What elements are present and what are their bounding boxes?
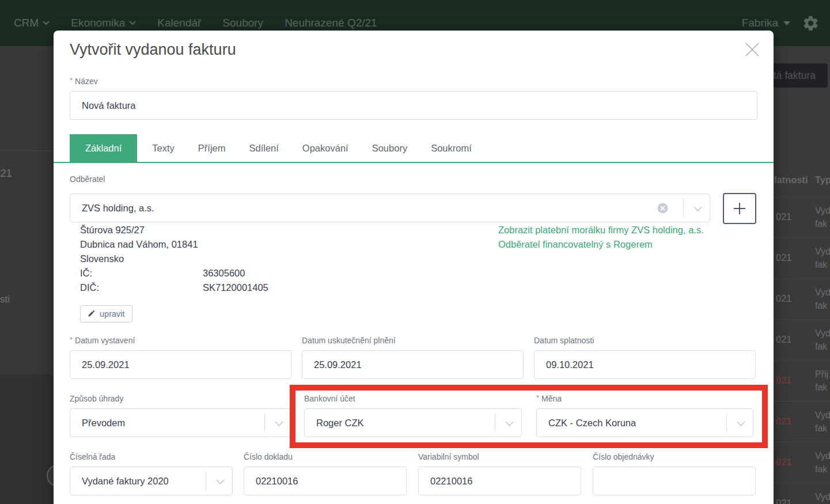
name-input[interactable]: Nová faktura [70, 91, 757, 120]
divider [495, 414, 495, 432]
document-number-value: 02210016 [256, 467, 298, 495]
nav-item-soubory[interactable]: Soubory [222, 17, 263, 29]
tab-sdileni[interactable]: Sdílení [241, 134, 286, 162]
name-value: Nová faktura [82, 92, 136, 119]
order-number-input[interactable] [593, 467, 756, 495]
nav-item-label: Soubory [222, 17, 263, 29]
payment-method-label: Způsob úhrady [70, 394, 123, 403]
tab-zakladni[interactable]: Základní [70, 134, 137, 162]
payment-morale-link[interactable]: Zobrazit platební morálku firmy ZVS hold… [498, 223, 704, 237]
currency-label: *Měna [536, 394, 562, 403]
nav-item-ekonomika[interactable]: Ekonomika [71, 17, 136, 29]
name-label: *Název [70, 77, 98, 86]
type-cell: Vydfak [815, 490, 830, 504]
table-row[interactable]: 021 Vydfak [774, 238, 830, 279]
divider [0, 150, 54, 151]
gear-icon[interactable] [802, 14, 820, 32]
issue-date-input[interactable]: 25.09.2021 [70, 350, 291, 379]
due-date-cell: 021 [776, 416, 792, 427]
number-series-label: Číselná řada [70, 452, 115, 461]
ic-value: 36305600 [203, 266, 245, 281]
clear-icon[interactable] [657, 203, 668, 216]
bank-account-value: Roger CZK [316, 409, 364, 437]
table-row[interactable]: 021 Vydfak [774, 197, 830, 238]
supply-date-value: 25.09.2021 [314, 351, 362, 378]
chevron-down-icon [43, 21, 50, 25]
add-customer-button[interactable] [723, 193, 756, 224]
caret-down-icon [783, 21, 790, 25]
close-icon[interactable] [742, 40, 762, 59]
nav-item-crm[interactable]: CRM [14, 17, 50, 29]
required-mark: * [70, 335, 73, 344]
tab-prijem[interactable]: Příjem [190, 134, 234, 162]
table-row[interactable]: 021 Přijfak [774, 361, 830, 401]
due-date-cell: 021 [776, 211, 792, 222]
chevron-down-icon[interactable] [275, 419, 283, 429]
type-cell: Vydfak [815, 245, 830, 271]
variable-symbol-input[interactable]: 02210016 [418, 467, 581, 495]
type-cell: Vydfak [815, 286, 830, 312]
divider [206, 472, 206, 490]
chevron-down-icon[interactable] [737, 419, 745, 429]
tab-texty[interactable]: Texty [144, 134, 183, 162]
customer-address-line3: Slovensko [80, 252, 124, 266]
required-mark: * [536, 393, 539, 402]
chevron-down-icon[interactable] [505, 419, 514, 429]
table-row[interactable]: 021 Vydfak [774, 320, 830, 361]
table-header-type: Typ [815, 175, 830, 185]
customer-combobox[interactable]: ZVS holding, a.s. [70, 194, 710, 222]
modal-title: Vytvořit vydanou fakturu [70, 41, 236, 59]
due-date-cell: 021 [776, 375, 792, 386]
table-row[interactable]: 021 Vydfak [774, 483, 830, 504]
pencil-icon [88, 309, 96, 319]
financeable-link[interactable]: Odběratel financovatelný s Rogerem [498, 237, 653, 252]
supply-date-input[interactable]: 25.09.2021 [302, 350, 524, 379]
nav-menu: CRM Ekonomika Kalendář Soubory Neuhrazen… [0, 17, 377, 29]
customer-value: ZVS holding, a.s. [82, 194, 154, 222]
table-row[interactable]: 021 Vydfak [774, 442, 830, 483]
tabs-underline [54, 162, 774, 163]
customer-label: Odběratel [70, 175, 105, 184]
dic-value: SK7120001405 [203, 281, 268, 295]
document-number-input[interactable]: 02210016 [244, 467, 407, 495]
order-number-label: Číslo objednávky [593, 452, 654, 461]
tab-opakovani[interactable]: Opakování [294, 134, 357, 162]
divider [264, 414, 265, 432]
currency-select[interactable]: CZK - Czech Koruna [536, 408, 753, 437]
edit-customer-button[interactable]: upravit [80, 305, 132, 323]
issue-date-label: *Datum vystavení [70, 336, 135, 345]
chevron-down-icon [129, 21, 136, 25]
ic-label: IČ: [80, 266, 92, 281]
payment-method-select[interactable]: Převodem [70, 408, 291, 437]
number-series-select[interactable]: Vydané faktury 2020 [70, 467, 233, 495]
background-text-fragment: 21 [0, 167, 12, 180]
tab-soukromi[interactable]: Soukromí [423, 134, 480, 162]
background-text-fragment: sti [0, 294, 10, 305]
bank-account-label: Bankovní účet [304, 394, 355, 403]
nav-item-label: CRM [14, 17, 39, 29]
type-cell: Přijfak [815, 367, 828, 394]
divider [726, 414, 727, 432]
nav-item-kalendar[interactable]: Kalendář [157, 17, 201, 29]
currency-value: CZK - Czech Koruna [548, 409, 636, 437]
background-right-strip: tá faktura latnosti Typ 021 Vydfak 021 V… [774, 46, 830, 504]
invoice-action-button[interactable]: tá faktura [774, 63, 828, 88]
table-row[interactable]: 021 Vydfak [774, 279, 830, 320]
bank-account-select[interactable]: Roger CZK [304, 408, 522, 437]
nav-item-label: Neuhrazené Q2/21 [285, 17, 377, 29]
type-cell: Vydfak [815, 449, 830, 476]
chevron-down-icon[interactable] [693, 204, 702, 214]
due-date-input[interactable]: 09.10.2021 [534, 350, 756, 379]
background-left-strip: 21 sti [0, 46, 54, 504]
table-header-due: latnosti [774, 175, 808, 185]
variable-symbol-label: Variabilní symbol [418, 452, 479, 461]
chevron-down-icon[interactable] [216, 477, 225, 487]
variable-symbol-value: 02210016 [430, 467, 472, 495]
table-row[interactable]: 021 Vydfak [774, 401, 830, 442]
nav-item-neuhrazene[interactable]: Neuhrazené Q2/21 [285, 17, 377, 29]
nav-item-label: Ekonomika [71, 17, 125, 29]
due-date-cell: 021 [776, 334, 792, 345]
account-menu[interactable]: Fabrika [742, 17, 790, 29]
tab-soubory[interactable]: Soubory [364, 134, 415, 162]
due-date-value: 09.10.2021 [546, 351, 594, 378]
